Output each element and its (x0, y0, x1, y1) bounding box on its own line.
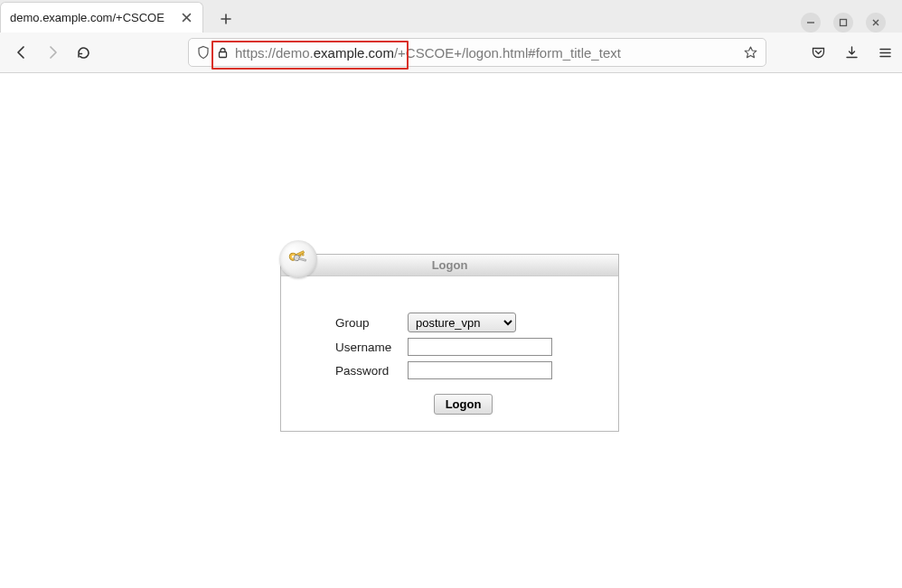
minimize-button[interactable] (801, 13, 821, 33)
browser-chrome: demo.example.com/+CSCOE (0, 0, 902, 73)
url-path: /+CSCOE+/logon.html#form_title_text (394, 45, 621, 61)
svg-rect-0 (841, 20, 847, 26)
lock-icon[interactable] (216, 46, 230, 60)
svg-rect-1 (220, 51, 227, 57)
tab-strip: demo.example.com/+CSCOE (0, 0, 902, 33)
keys-icon (279, 240, 317, 278)
close-window-button[interactable] (866, 13, 886, 33)
toolbar: https://demo.example.com/+CSCOE+/logon.h… (0, 33, 902, 72)
svg-rect-6 (299, 255, 301, 257)
toolbar-extras (811, 45, 893, 61)
bookmark-star-icon[interactable] (738, 45, 758, 61)
username-row: Username (335, 338, 591, 356)
url-subdomain: demo. (276, 45, 314, 61)
back-button[interactable] (9, 40, 34, 65)
browser-tab[interactable]: demo.example.com/+CSCOE (0, 2, 203, 33)
download-icon[interactable] (844, 45, 860, 61)
reload-button[interactable] (70, 40, 96, 65)
logon-button[interactable]: Logon (434, 394, 493, 415)
group-row: Group posture_vpn (335, 313, 591, 332)
url-domain: example.com (314, 45, 394, 61)
group-label: Group (335, 316, 399, 330)
menu-icon[interactable] (878, 45, 893, 61)
dialog-body: Group posture_vpn Username Password Logo… (281, 276, 618, 431)
address-bar[interactable]: https://demo.example.com/+CSCOE+/logon.h… (188, 38, 766, 67)
logon-dialog: Logon Group posture_vpn Username Passwor… (280, 254, 619, 432)
new-tab-button[interactable] (211, 5, 241, 33)
forward-button[interactable] (40, 40, 65, 65)
svg-rect-8 (298, 257, 305, 261)
dialog-header: Logon (281, 255, 618, 276)
password-field[interactable] (408, 361, 552, 379)
tab-title: demo.example.com/+CSCOE (10, 11, 173, 24)
window-controls (801, 13, 895, 33)
maximize-button[interactable] (833, 13, 853, 33)
url-scheme: https:// (235, 45, 276, 61)
password-row: Password (335, 361, 591, 379)
shield-icon[interactable] (196, 45, 211, 60)
pocket-icon[interactable] (811, 45, 826, 61)
logon-button-row: Logon (335, 394, 591, 415)
url-text: https://demo.example.com/+CSCOE+/logon.h… (235, 45, 738, 61)
page-area: Logon Group posture_vpn Username Passwor… (0, 73, 902, 588)
password-label: Password (335, 364, 399, 378)
close-icon[interactable] (182, 13, 192, 23)
svg-rect-5 (302, 254, 304, 257)
username-field[interactable] (408, 338, 552, 356)
dialog-title: Logon (432, 258, 468, 272)
group-select[interactable]: posture_vpn (408, 313, 516, 332)
username-label: Username (335, 341, 399, 354)
